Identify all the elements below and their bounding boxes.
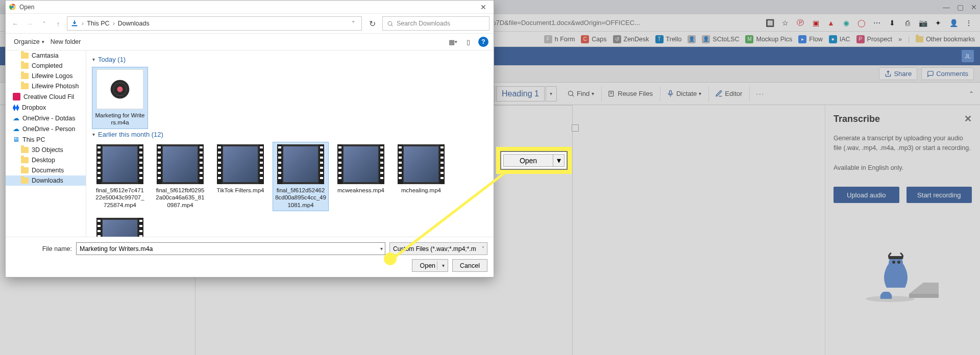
file-item[interactable]: TikTok Filters.mp4	[213, 142, 268, 211]
filename-dropdown-icon[interactable]: ▾	[380, 246, 383, 251]
tree-item[interactable]: Creative Cloud Fil	[6, 91, 86, 102]
menu-icon[interactable]: ⋮	[964, 18, 974, 28]
recent-dropdown-icon[interactable]: ˅	[38, 18, 50, 29]
bookmarks-overflow-icon[interactable]: »	[898, 36, 902, 43]
bookmark-item[interactable]: CCaps	[581, 35, 606, 43]
preview-pane-icon[interactable]: ▯	[463, 37, 473, 47]
tree-item[interactable]: ⧫⧫Dropbox	[6, 102, 86, 113]
dropbox-icon: ⧫⧫	[13, 104, 19, 111]
file-item[interactable]: final_5f612fbf02952a00ca46a635_810987.mp…	[153, 142, 208, 211]
tree-item[interactable]: Lifewire Logos	[6, 71, 86, 81]
close-pane-icon[interactable]: ✕	[964, 113, 972, 124]
tree-item[interactable]: Documents	[6, 165, 86, 175]
start-recording-button[interactable]: Start recording	[906, 187, 972, 203]
tree-item[interactable]: Lifewire Photosh	[6, 81, 86, 91]
bookmark-item[interactable]: PProspect	[856, 35, 892, 43]
upload-audio-button[interactable]: Upload audio	[834, 187, 899, 203]
file-item[interactable]: mchealing.mp4	[394, 142, 449, 211]
tree-item[interactable]: Completed	[6, 61, 86, 71]
tree-item[interactable]: ☁OneDrive - Person	[6, 123, 86, 134]
forward-icon[interactable]: →	[24, 18, 35, 29]
tree-item[interactable]: 🖥This PC	[6, 134, 86, 145]
ribbon-collapse[interactable]: ⌃	[963, 86, 980, 102]
ext-icon-3[interactable]: ◉	[841, 18, 851, 28]
file-group-header[interactable]: ▾Earlier this month (12)	[92, 129, 491, 142]
avatar-icon[interactable]: 👤	[948, 18, 959, 28]
organize-menu[interactable]: Organize▾	[11, 37, 47, 47]
video-thumbnail	[217, 144, 264, 184]
file-item[interactable]: final_5f612e7c47122e50043c99707_725874.m…	[92, 142, 148, 211]
bookmark-item[interactable]: MMockup Pics	[745, 35, 792, 43]
transcribe-illustration	[862, 243, 944, 306]
breadcrumb-dropdown-icon[interactable]: ˅	[349, 20, 358, 28]
screenshot-icon[interactable]: ⎙	[902, 18, 913, 28]
cancel-button[interactable]: Cancel	[452, 259, 487, 272]
maximize-icon[interactable]: ▢	[957, 3, 964, 11]
tree-item-label: Lifewire Logos	[32, 72, 73, 80]
close-icon[interactable]: ✕	[971, 3, 977, 11]
tree-item-label: OneDrive - Person	[22, 125, 76, 133]
editor-button[interactable]: Editor	[708, 86, 748, 102]
minimize-icon[interactable]: —	[943, 3, 950, 11]
bookmark-item[interactable]: ●IAC	[829, 35, 850, 43]
dialog-close-icon[interactable]: ✕	[476, 3, 491, 11]
breadcrumb-folder[interactable]: Downloads	[118, 20, 150, 27]
other-bookmarks[interactable]: Other bookmarks	[916, 36, 975, 43]
bookmark-item[interactable]: ↺ZenDesk	[613, 35, 649, 43]
tree-item-label: This PC	[22, 136, 45, 143]
tree-item[interactable]: Desktop	[6, 155, 86, 165]
reuse-files-button[interactable]: Reuse Files	[601, 86, 659, 102]
file-item[interactable]: final_5f612d524628cd00a895c4cc_491081.mp…	[273, 142, 328, 211]
tree-item[interactable]: Camtasia	[6, 50, 86, 61]
ext-icon-5[interactable]: ⋯	[872, 18, 882, 28]
open-button[interactable]: Open	[412, 259, 448, 272]
tree-item-label: Dropbox	[22, 104, 46, 111]
extensions-icon[interactable]: ✦	[933, 18, 943, 28]
bookmark-item[interactable]: TTrello	[655, 35, 682, 43]
find-button[interactable]: Find▾	[558, 86, 600, 102]
file-item[interactable]: Marketing for Writers.m4a	[92, 67, 148, 129]
user-avatar[interactable]: JL	[962, 50, 974, 62]
share-button[interactable]: Share	[879, 67, 917, 80]
file-list[interactable]: ▾Today (1)Marketing for Writers.m4a▾Earl…	[86, 50, 494, 237]
pinterest-icon[interactable]: Ⓟ	[795, 18, 805, 28]
new-folder-button[interactable]: New folder	[47, 37, 84, 47]
dictate-button[interactable]: Dictate▾	[660, 86, 707, 102]
style-heading1[interactable]: Heading 1	[496, 86, 545, 102]
file-group-header[interactable]: ▾Today (1)	[92, 54, 491, 67]
star-icon[interactable]: ☆	[780, 18, 790, 28]
camera-icon[interactable]: 📷	[918, 18, 928, 28]
folder-tree[interactable]: CamtasiaCompletedLifewire LogosLifewire …	[6, 50, 86, 237]
tree-item[interactable]: 3D Objects	[6, 145, 86, 155]
ext-icon-1[interactable]: ▣	[811, 18, 821, 28]
folder-icon	[21, 157, 29, 163]
search-input[interactable]: Search Downloads	[382, 16, 489, 31]
filetype-select[interactable]: Custom Files (*.wav;*.mp4;*.m ˅	[389, 242, 487, 255]
svg-point-11	[388, 21, 392, 26]
bookmark-item[interactable]: ▸Flow	[798, 35, 822, 43]
bookmark-item[interactable]: Fh Form	[544, 35, 575, 43]
styles-dropdown[interactable]: ▾	[546, 86, 557, 102]
download-icon[interactable]: ⬇	[887, 18, 897, 28]
back-icon[interactable]: ←	[10, 18, 21, 29]
up-icon[interactable]: ↑	[53, 18, 64, 29]
filetype-dropdown-icon[interactable]: ˅	[482, 246, 484, 251]
bookmark-item[interactable]: 👤SCtoLSC	[702, 35, 739, 43]
refresh-icon[interactable]: ↻	[365, 16, 379, 31]
ribbon-overflow[interactable]: ···	[749, 86, 771, 102]
ext-icon-4[interactable]: ◯	[856, 18, 867, 28]
reader-icon[interactable]: 🔲	[765, 18, 775, 28]
tree-item[interactable]: ☁OneDrive - Dotdas	[6, 113, 86, 123]
filename-input[interactable]: Marketing for Writers.m4a ▾	[76, 242, 385, 255]
view-tiles-icon[interactable]: ▦ ▾	[448, 37, 458, 47]
breadcrumb[interactable]: › This PC › Downloads ˅	[67, 16, 362, 31]
video-thumbnail	[157, 144, 204, 184]
ext-icon-2[interactable]: ▲	[826, 18, 836, 28]
bookmark-item[interactable]: 👤	[688, 35, 696, 43]
comments-button[interactable]: Comments	[921, 67, 974, 80]
tree-item[interactable]: Downloads	[6, 175, 86, 186]
help-icon[interactable]: ?	[478, 37, 488, 47]
breadcrumb-pc[interactable]: This PC	[87, 20, 109, 27]
file-item[interactable]: final_5f53a40a7157a800704867ad_25081.mp4	[92, 216, 148, 237]
file-item[interactable]: mcweakness.mp4	[333, 142, 388, 211]
